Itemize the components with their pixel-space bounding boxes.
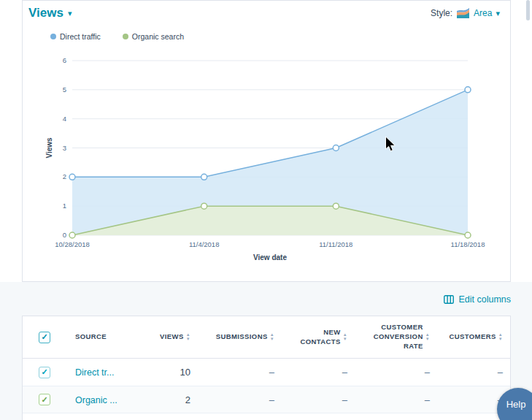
column-label: NEW CONTACTS [289,328,341,347]
svg-text:1: 1 [63,202,66,210]
style-label: Style: [431,8,452,18]
svg-text:3: 3 [63,144,66,152]
views-value: 10 [125,367,198,378]
svg-text:11/4/2018: 11/4/2018 [189,240,220,248]
legend-label: Organic search [132,32,184,41]
source-link[interactable]: Organic ... [75,395,117,405]
column-header-submissions[interactable]: SUBMISSIONS ▲▼ [198,332,282,342]
legend-dot-icon [123,34,128,39]
area-chart-icon [457,8,469,18]
views-metric-dropdown[interactable]: Views ▾ [28,6,72,20]
table-columns-icon [444,295,454,304]
header-check-cell: ✓ [23,331,68,343]
chart-card-header: Views ▾ Style: Area ▾ [23,1,510,20]
table-row-organic-search: ✓ Organic ... 2 – – – – [23,386,510,413]
row-check-cell: ✓ [23,366,68,378]
svg-text:0: 0 [63,231,66,239]
svg-text:2: 2 [63,172,66,180]
svg-text:5: 5 [63,85,66,93]
customer-conversion-rate-value: – [355,394,437,405]
column-header-customers[interactable]: CUSTOMERS ▲▼ [437,332,510,342]
svg-text:11/18/2018: 11/18/2018 [451,240,485,248]
row-checkbox[interactable]: ✓ [39,394,50,405]
check-icon: ✓ [41,395,47,405]
views-value: 2 [125,394,198,405]
column-header-customer-conversion-rate[interactable]: CUSTOMER CONVERSION RATE ▲▼ [355,323,437,351]
sources-table: ✓ SOURCE VIEWS ▲▼ SUBMISSIONS ▲▼ NEW CON… [22,316,511,420]
page-title: Views [28,6,63,20]
table-header-row: ✓ SOURCE VIEWS ▲▼ SUBMISSIONS ▲▼ NEW CON… [23,316,510,359]
customer-conversion-rate-value: – [355,367,437,378]
sort-icon: ▲▼ [425,333,430,342]
chart-card: Views ▾ Style: Area ▾ Direct traffic [22,0,511,282]
svg-text:6: 6 [63,56,66,64]
svg-text:11/11/2018: 11/11/2018 [319,240,352,248]
column-label: CUSTOMER CONVERSION RATE [362,323,423,351]
check-icon: ✓ [41,367,47,377]
new-contacts-value: – [282,367,355,378]
column-label: VIEWS [160,332,184,342]
table-row-direct-traffic: ✓ Direct tr... 10 – – – – [23,359,510,386]
row-check-cell: ✓ [23,394,68,406]
chevron-down-icon: ▾ [496,9,500,18]
column-header-new-contacts[interactable]: NEW CONTACTS ▲▼ [282,328,355,347]
column-label: SUBMISSIONS [216,332,268,342]
chevron-down-icon: ▾ [68,9,72,18]
sort-icon: ▲▼ [270,333,274,342]
svg-text:4: 4 [63,115,66,123]
sort-icon: ▲▼ [498,333,503,342]
svg-text:10/28/2018: 10/28/2018 [55,240,90,248]
table-row-partial [23,413,510,419]
area-chart-plot[interactable]: 012345610/28/201811/4/201811/11/201811/1… [45,47,491,267]
chart-legend: Direct traffic Organic search [23,32,510,41]
style-control: Style: Area ▾ [431,8,500,18]
column-header-views[interactable]: VIEWS ▲▼ [125,332,198,342]
sort-icon: ▲▼ [343,333,347,342]
legend-item-organic-search[interactable]: Organic search [123,32,184,41]
help-label: Help [506,399,526,410]
column-header-source[interactable]: SOURCE [68,332,125,342]
customers-value: – [437,367,510,378]
edit-columns-label: Edit columns [458,294,511,305]
legend-item-direct-traffic[interactable]: Direct traffic [50,32,101,41]
legend-dot-icon [50,34,56,39]
check-icon: ✓ [41,332,47,342]
column-label: CUSTOMERS [450,332,496,342]
source-link[interactable]: Direct tr... [75,367,114,378]
edit-columns-button[interactable]: Edit columns [444,294,511,305]
style-value: Area [474,8,492,18]
submissions-value: – [198,367,282,378]
scrollbar-thumb[interactable] [526,0,530,20]
svg-text:Views: Views [45,137,53,159]
submissions-value: – [198,394,282,405]
svg-text:View date: View date [253,253,287,261]
select-all-checkbox[interactable]: ✓ [39,332,50,343]
sort-icon: ▲▼ [186,333,190,342]
row-checkbox[interactable]: ✓ [39,367,50,378]
new-contacts-value: – [282,394,355,405]
style-select[interactable]: Area ▾ [474,8,500,18]
legend-label: Direct traffic [60,32,101,41]
